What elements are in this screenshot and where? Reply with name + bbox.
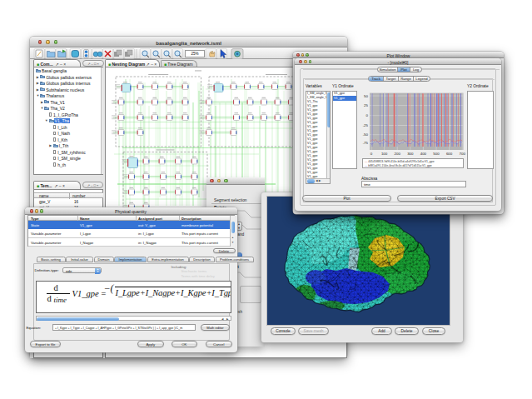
svg-text:0: 0	[366, 113, 369, 117]
svg-text:50: 50	[364, 94, 368, 98]
svg-text:700: 700	[460, 152, 466, 156]
svg-text:0: 0	[370, 152, 373, 156]
svg-text:400: 400	[420, 152, 427, 156]
svg-text:500: 500	[433, 152, 440, 156]
svg-text:-75: -75	[363, 141, 369, 145]
svg-text:25: 25	[364, 103, 368, 107]
svg-text:-50: -50	[363, 132, 369, 137]
svg-text:600: 600	[446, 152, 453, 156]
svg-text:100: 100	[381, 152, 388, 156]
svg-text:300: 300	[407, 152, 414, 156]
svg-text:-25: -25	[363, 123, 369, 127]
svg-text:200: 200	[395, 152, 401, 156]
